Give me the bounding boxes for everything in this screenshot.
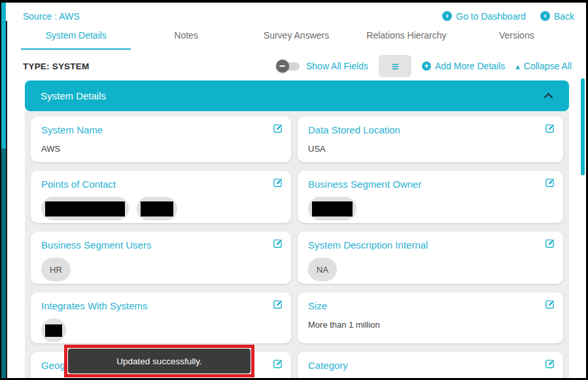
back-link[interactable]: ‹ Back (540, 11, 574, 22)
field-card-data-stored-location: Data Stored Location USA (298, 116, 563, 162)
arrow-left-circle-icon: ‹ (540, 11, 550, 21)
redaction-block (141, 201, 173, 216)
field-card-system-description-internal: System Description Internal NA (298, 232, 563, 284)
source-label: Source : AWS (23, 11, 80, 22)
chip-label: HR (45, 265, 67, 275)
go-to-dashboard-label: Go to Dashboard (456, 11, 526, 22)
tab-survey-answers[interactable]: Survey Answers (241, 25, 351, 50)
hamburger-icon: ≡ (391, 60, 398, 73)
show-all-fields-label: Show All Fields (306, 61, 368, 71)
field-card-points-of-contact: Points of Contact (31, 171, 291, 223)
section-body: System Name AWS Data Stored Location USA… (25, 111, 569, 378)
plus-circle-icon: + (422, 61, 431, 71)
header-row: Source : AWS ‹ Go to Dashboard ‹ Back (7, 3, 586, 24)
field-value: USA (308, 144, 554, 154)
field-card-size: Size More than 1 million (298, 292, 563, 343)
edit-icon[interactable] (272, 123, 283, 137)
edit-icon[interactable] (544, 123, 555, 137)
section-header-bar[interactable]: System Details (25, 80, 569, 111)
field-card-business-segment-owner: Business Segment Owner (298, 171, 563, 223)
edit-icon[interactable] (272, 358, 283, 372)
field-title: Category (308, 360, 554, 371)
field-card-integrates-with-systems: Integrates With Systems (31, 292, 291, 343)
field-title: Points of Contact (41, 179, 282, 190)
fields-grid: System Name AWS Data Stored Location USA… (31, 116, 563, 378)
tab-bar: System Details Notes Survey Answers Rela… (21, 25, 572, 50)
toast-notification: Updated successfully. (68, 349, 251, 373)
hamburger-menu-button[interactable]: ≡ (379, 55, 411, 77)
edit-icon[interactable] (544, 358, 555, 372)
tab-system-details[interactable]: System Details (21, 25, 131, 50)
system-details-section: System Details System Name AWS Data Stor… (25, 80, 569, 378)
field-title: Business Segment Users (41, 239, 282, 250)
edit-icon[interactable] (544, 238, 555, 252)
field-title: System Name (41, 124, 282, 135)
edit-icon[interactable] (272, 238, 283, 252)
contact-chip-redacted[interactable] (137, 197, 177, 220)
annotation-highlight-box: Updated successfully. (64, 345, 254, 377)
field-card-system-name: System Name AWS (31, 116, 291, 162)
field-title: Size (308, 300, 554, 311)
toolbar: TYPE: SYSTEM Show All Fields ≡ + Add Mor… (7, 55, 586, 77)
edit-icon[interactable] (272, 177, 283, 191)
field-value: More than 1 million (308, 320, 554, 330)
left-edge-strip-dark-segment (1, 148, 6, 378)
collapse-all-button[interactable]: ▴ Collapse All (515, 61, 572, 71)
triangle-up-icon: ▴ (515, 61, 520, 71)
add-more-details-button[interactable]: + Add More Details (422, 61, 505, 71)
scrollbar-track[interactable] (579, 3, 586, 378)
tab-relations-hierarchy[interactable]: Relations Hierarchy (351, 25, 461, 50)
add-more-details-label: Add More Details (435, 61, 505, 71)
redaction-block (312, 201, 353, 216)
left-edge-divider (6, 21, 7, 378)
owner-chip-redacted[interactable] (308, 197, 356, 220)
scrollbar-thumb[interactable] (581, 78, 585, 175)
tab-versions[interactable]: Versions (462, 25, 572, 50)
go-to-dashboard-link[interactable]: ‹ Go to Dashboard (442, 11, 526, 22)
field-title: Business Segment Owner (308, 179, 554, 190)
integration-chip-redacted[interactable] (41, 319, 66, 342)
field-title: System Description Internal (308, 239, 554, 250)
chevron-up-icon[interactable] (544, 93, 553, 99)
section-title: System Details (41, 90, 106, 101)
field-title: Integrates With Systems (41, 300, 282, 311)
edit-icon[interactable] (272, 299, 283, 313)
users-chip[interactable]: HR (41, 258, 71, 281)
main-content: Source : AWS ‹ Go to Dashboard ‹ Back Sy… (7, 3, 586, 378)
toggle-knob-minus-icon (276, 60, 289, 73)
field-card-category: Category (298, 352, 563, 378)
back-label: Back (554, 11, 574, 22)
redaction-block (45, 201, 125, 216)
left-edge-strip (1, 3, 6, 378)
toast-message: Updated successfully. (116, 356, 201, 366)
edit-icon[interactable] (544, 299, 555, 313)
field-value: AWS (41, 144, 282, 154)
description-chip[interactable]: NA (308, 258, 337, 281)
edit-icon[interactable] (544, 177, 555, 191)
tab-notes[interactable]: Notes (131, 25, 241, 50)
chip-label: NA (312, 265, 333, 275)
field-title: Data Stored Location (308, 124, 554, 135)
redaction-block (45, 324, 62, 337)
arrow-left-circle-icon: ‹ (442, 11, 452, 21)
field-card-business-segment-users: Business Segment Users HR (31, 232, 291, 284)
type-label: TYPE: SYSTEM (23, 61, 89, 71)
collapse-all-label: Collapse All (524, 61, 572, 71)
contact-chip-redacted[interactable] (41, 197, 129, 220)
show-all-fields-toggle[interactable] (276, 60, 301, 73)
